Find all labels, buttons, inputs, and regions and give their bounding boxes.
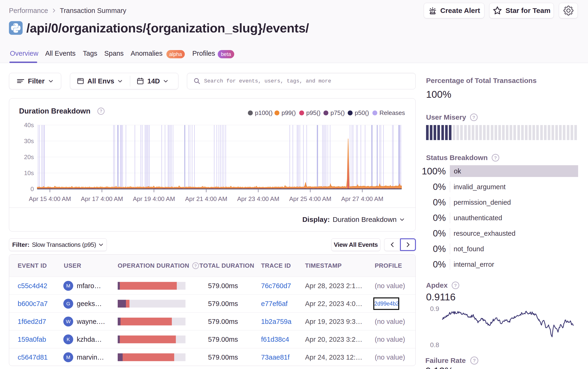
svg-text:20s: 20s bbox=[24, 153, 34, 160]
svg-text:Apr 15 4:00 AM: Apr 15 4:00 AM bbox=[29, 195, 71, 202]
svg-text:?: ? bbox=[454, 283, 457, 288]
svg-text:Apr 23 4:00 AM: Apr 23 4:00 AM bbox=[237, 195, 279, 202]
svg-text:?: ? bbox=[472, 115, 475, 120]
svg-text:Apr 27 4:00 AM: Apr 27 4:00 AM bbox=[341, 195, 383, 202]
svg-text:Apr 19 4:00 AM: Apr 19 4:00 AM bbox=[133, 195, 175, 202]
svg-text:30s: 30s bbox=[24, 138, 34, 145]
svg-text:Apr 17 4:00 AM: Apr 17 4:00 AM bbox=[81, 195, 123, 202]
svg-text:40s: 40s bbox=[24, 121, 34, 129]
svg-text:?: ? bbox=[194, 263, 197, 268]
svg-text:10s: 10s bbox=[24, 170, 34, 177]
svg-text:?: ? bbox=[473, 358, 476, 363]
svg-text:?: ? bbox=[494, 155, 497, 160]
svg-text:Apr 25 4:00 AM: Apr 25 4:00 AM bbox=[289, 195, 331, 202]
svg-text:Apr 21 4:00 AM: Apr 21 4:00 AM bbox=[185, 195, 227, 202]
svg-text:0: 0 bbox=[31, 185, 34, 192]
